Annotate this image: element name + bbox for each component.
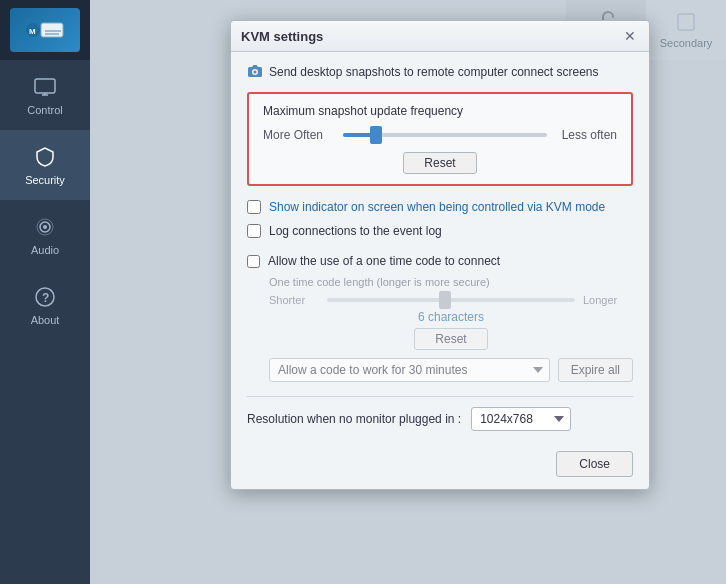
kvm-settings-modal: KVM settings ✕ Send desktop snapshots to <box>230 20 650 490</box>
expire-row: Allow a code to work for 30 minutes Expi… <box>269 358 633 382</box>
onetimecode-sub-section: One time code length (longer is more sec… <box>247 276 633 382</box>
frequency-box: Maximum snapshot update frequency More O… <box>247 92 633 186</box>
shorter-label: Shorter <box>269 294 319 306</box>
svg-text:M: M <box>29 27 36 36</box>
onetimecode-checkbox[interactable] <box>247 255 260 268</box>
camera-icon <box>247 64 263 80</box>
modal-close-button[interactable]: ✕ <box>621 27 639 45</box>
modal-title: KVM settings <box>241 29 323 44</box>
frequency-slider-track[interactable] <box>343 133 547 137</box>
svg-point-9 <box>43 225 47 229</box>
more-often-label: More Often <box>263 128 333 142</box>
resolution-row: Resolution when no monitor plugged in : … <box>247 396 633 431</box>
shield-icon <box>32 144 58 170</box>
sidebar-control-label: Control <box>27 104 62 116</box>
snapshot-row: Send desktop snapshots to remote compute… <box>247 64 633 80</box>
onetimecode-section: Allow the use of a one time code to conn… <box>247 248 633 382</box>
modal-body: Send desktop snapshots to remote compute… <box>231 52 649 443</box>
sidebar-item-security[interactable]: Security <box>0 130 90 200</box>
less-often-label: Less often <box>557 128 617 142</box>
modal-footer: Close <box>231 443 649 489</box>
modal-titlebar: KVM settings ✕ <box>231 21 649 52</box>
longer-label: Longer <box>583 294 633 306</box>
log-connections-row: Log connections to the event log <box>247 224 633 238</box>
resolution-select[interactable]: 1024x768 <box>471 407 571 431</box>
onetimecode-row: Allow the use of a one time code to conn… <box>247 254 633 268</box>
frequency-title: Maximum snapshot update frequency <box>263 104 617 118</box>
onetimecode-label: Allow the use of a one time code to conn… <box>268 254 500 268</box>
app-logo: M <box>10 8 80 52</box>
sidebar: M Control <box>0 0 90 584</box>
log-connections-checkbox[interactable] <box>247 224 261 238</box>
sidebar-audio-label: Audio <box>31 244 59 256</box>
onetimecode-reset-button[interactable]: Reset <box>414 328 487 350</box>
svg-text:?: ? <box>42 291 49 305</box>
svg-point-18 <box>254 71 257 74</box>
expire-all-button[interactable]: Expire all <box>558 358 633 382</box>
svg-rect-2 <box>41 23 63 37</box>
close-button[interactable]: Close <box>556 451 633 477</box>
frequency-slider-thumb[interactable] <box>370 126 382 144</box>
show-indicator-row: Show indicator on screen when being cont… <box>247 200 633 214</box>
onetimecode-length-label: One time code length (longer is more sec… <box>269 276 633 288</box>
monitor-icon <box>32 74 58 100</box>
app-container: M Control <box>0 0 726 584</box>
onetimecode-slider-track[interactable] <box>327 298 575 302</box>
onetimecode-slider-thumb[interactable] <box>439 291 451 309</box>
show-indicator-label: Show indicator on screen when being cont… <box>269 200 605 214</box>
sidebar-header: M <box>0 0 90 60</box>
log-connections-label: Log connections to the event log <box>269 224 442 238</box>
sidebar-security-label: Security <box>25 174 65 186</box>
frequency-reset-button[interactable]: Reset <box>403 152 476 174</box>
char-count: 6 characters <box>269 310 633 324</box>
audio-icon <box>32 214 58 240</box>
sidebar-item-about[interactable]: ? About <box>0 270 90 340</box>
resolution-label: Resolution when no monitor plugged in : <box>247 412 461 426</box>
frequency-slider-row: More Often Less often <box>263 128 617 142</box>
sidebar-item-control[interactable]: Control <box>0 60 90 130</box>
sidebar-about-label: About <box>31 314 60 326</box>
svg-rect-5 <box>35 79 55 93</box>
question-icon: ? <box>32 284 58 310</box>
onetimecode-slider-row: Shorter Longer <box>269 294 633 306</box>
expire-dropdown[interactable]: Allow a code to work for 30 minutes <box>269 358 550 382</box>
sidebar-item-audio[interactable]: Audio <box>0 200 90 270</box>
snapshot-text: Send desktop snapshots to remote compute… <box>269 65 599 79</box>
show-indicator-checkbox[interactable] <box>247 200 261 214</box>
main-content: Unlocked Secondary KVM mode) control set… <box>90 0 726 584</box>
